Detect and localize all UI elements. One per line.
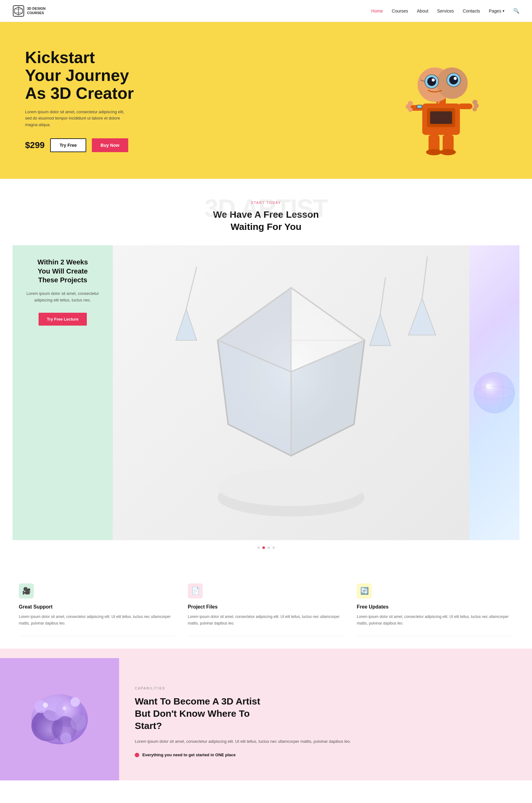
logo-text: 3D DESIGN COURSES [27,6,45,15]
hero-left: Kickstart Your Journey As 3D Creator Lor… [25,49,375,152]
nav-pages-label[interactable]: Pages [489,8,501,14]
carousel-card-description: Lorem ipsum dolor sit amet, consectetur … [24,291,101,304]
feature-icon-updates: 🔄 [357,583,372,598]
nav-links: Home Courses About Services Contacts Pag… [371,8,519,14]
feature-project-files: 📄 Project Files Lorem ipsum dolor sit am… [188,583,344,636]
chevron-down-icon: ▾ [502,9,505,13]
feature-desc-updates: Lorem ipsum dolor sit amet, consectetur … [357,614,513,627]
hero-right [375,41,507,160]
highlight-dot [135,753,139,757]
feature-title-support: Great Support [19,604,175,610]
feature-title-updates: Free Updates [357,604,513,610]
nav-home[interactable]: Home [371,8,383,14]
capabilities-description: Lorem ipsum dolor sit amet, consectetur … [135,738,516,745]
navbar: 3D DESIGN COURSES Home Courses About Ser… [0,0,532,22]
nav-services[interactable]: Services [437,8,454,14]
svg-rect-29 [417,106,422,108]
svg-rect-21 [458,104,472,109]
capabilities-section: CAPABILITIES Want To Become A 3D Artist … [0,649,532,799]
svg-point-33 [440,149,456,155]
capabilities-title: Want To Become A 3D Artist But Don't Kno… [135,695,516,732]
hero-section: Kickstart Your Journey As 3D Creator Lor… [0,22,532,179]
nav-pages[interactable]: Pages ▾ [489,8,505,14]
svg-point-64 [43,703,48,708]
carousel-card-title: Within 2 Weeks You Will Create These Pro… [24,258,101,285]
feature-desc-support: Lorem ipsum dolor sit amet, consectetur … [19,614,175,627]
highlight-text: Everything you need to get started in ON… [142,752,236,757]
svg-point-62 [60,732,72,744]
section-title: We Have A Free Lesson Waiting For You [13,208,519,233]
svg-point-63 [71,697,80,707]
svg-point-65 [62,706,66,710]
crystal-svg [113,245,469,540]
svg-marker-50 [408,298,436,335]
features-grid: 🎥 Great Support Lorem ipsum dolor sit am… [19,583,513,636]
file-icon: 📄 [191,587,200,595]
svg-line-45 [186,267,196,309]
svg-point-51 [474,372,515,413]
start-today-label: START TODAY [13,201,519,205]
dot-3[interactable] [267,546,270,549]
free-lesson-section: 3D ARTIST START TODAY We Have A Free Les… [0,179,532,565]
svg-point-35 [217,468,364,506]
logo[interactable]: 3D DESIGN COURSES [13,5,45,17]
refresh-icon: 🔄 [360,587,369,595]
hero-description: Lorem ipsum dolor sit amet, consectetur … [25,109,132,128]
search-icon[interactable]: 🔍 [513,8,519,14]
nav-contacts[interactable]: Contacts [463,8,480,14]
features-section: 🎥 Great Support Lorem ipsum dolor sit am… [0,565,532,649]
carousel-image-1 [113,245,469,540]
svg-point-24 [408,108,413,112]
hero-price: $299 [25,140,44,150]
capabilities-inner: CAPABILITIES Want To Become A 3D Artist … [0,668,532,780]
try-free-lecture-button[interactable]: Try Free Lecture [39,313,87,325]
camera-icon: 🎥 [22,587,31,595]
feature-title-files: Project Files [188,604,344,610]
carousel: Within 2 Weeks You Will Create These Pro… [13,245,519,540]
capabilities-left [0,658,119,780]
svg-point-16 [454,77,457,80]
hero-title: Kickstart Your Journey As 3D Creator [25,49,375,102]
feature-great-support: 🎥 Great Support Lorem ipsum dolor sit am… [19,583,175,636]
svg-point-32 [426,149,442,155]
hero-actions: $299 Try Free Buy Now [25,138,375,152]
carousel-card: Within 2 Weeks You Will Create These Pro… [13,245,113,540]
capabilities-highlight: Everything you need to get started in ON… [135,752,516,757]
capabilities-label: CAPABILITIES [135,686,516,690]
robot-character [391,41,491,160]
logo-icon [13,5,24,17]
blob-svg [16,675,103,763]
svg-point-54 [486,384,491,389]
nav-about[interactable]: About [417,8,429,14]
feature-icon-support: 🎥 [19,583,34,598]
capabilities-right: CAPABILITIES Want To Become A 3D Artist … [119,668,532,780]
feature-free-updates: 🔄 Free Updates Lorem ipsum dolor sit ame… [357,583,513,636]
svg-marker-46 [176,309,197,340]
svg-point-12 [427,77,436,86]
sphere-svg [469,245,519,540]
feature-icon-files: 📄 [188,583,203,598]
dot-2[interactable] [262,546,265,549]
svg-point-15 [449,76,458,85]
buy-now-button[interactable]: Buy Now [92,138,128,152]
svg-rect-7 [430,111,452,124]
dot-1[interactable] [258,546,260,549]
carousel-image-2 [469,245,519,540]
carousel-dots [13,546,519,549]
svg-line-49 [422,256,428,298]
svg-point-13 [432,78,435,81]
dot-4[interactable] [272,546,275,549]
svg-point-27 [472,107,477,111]
svg-point-61 [71,714,86,730]
feature-desc-files: Lorem ipsum dolor sit amet, consectetur … [188,614,344,627]
svg-line-47 [380,277,385,314]
nav-courses[interactable]: Courses [392,8,408,14]
try-free-button[interactable]: Try Free [50,138,86,152]
svg-marker-48 [369,314,391,346]
